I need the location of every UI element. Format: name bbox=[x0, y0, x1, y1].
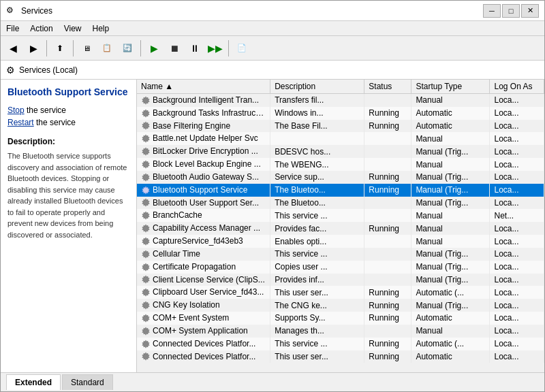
service-desc: Transfers fil... bbox=[270, 94, 364, 107]
service-icon bbox=[141, 211, 151, 220]
table-row[interactable]: Bluetooth User Support Ser...The Bluetoo… bbox=[137, 197, 544, 210]
minimize-button[interactable]: ─ bbox=[483, 4, 501, 18]
tab-standard[interactable]: Standard bbox=[62, 374, 113, 390]
toolbar-up[interactable]: ⬆ bbox=[50, 39, 69, 58]
table-row[interactable]: Capability Access Manager ...Provides fa… bbox=[137, 222, 544, 235]
service-desc: The Bluetoo... bbox=[270, 197, 364, 210]
table-row[interactable]: Base Filtering EngineThe Base Fil...Runn… bbox=[137, 120, 544, 133]
address-bar: ⚙ Services (Local) bbox=[1, 61, 544, 80]
service-status: Running bbox=[364, 171, 411, 184]
service-desc: Enables opti... bbox=[270, 235, 364, 248]
service-desc: Manages th... bbox=[270, 325, 364, 338]
table-row[interactable]: Background Tasks Infrastructu...Windows … bbox=[137, 107, 544, 120]
toolbar-export[interactable]: 📋 bbox=[97, 39, 116, 58]
services-table[interactable]: Name ▲ Description Status Startup Type L… bbox=[137, 80, 544, 372]
table-row[interactable]: Connected Devices Platfor...This user se… bbox=[137, 350, 544, 363]
table-row[interactable]: Bluetooth Audio Gateway S...Service sup.… bbox=[137, 171, 544, 184]
table-row[interactable]: COM+ System ApplicationManages th...Manu… bbox=[137, 325, 544, 338]
maximize-button[interactable]: □ bbox=[502, 4, 520, 18]
toolbar-forward[interactable]: ▶ bbox=[24, 39, 43, 58]
col-header-logon[interactable]: Log On As bbox=[490, 80, 544, 94]
service-startup: Automatic bbox=[411, 107, 490, 120]
table-row[interactable]: CNG Key IsolationThe CNG ke...RunningMan… bbox=[137, 299, 544, 312]
table-row[interactable]: Block Level Backup Engine ...The WBENG..… bbox=[137, 158, 544, 171]
col-header-status[interactable]: Status bbox=[364, 80, 411, 94]
service-logon: Loca... bbox=[490, 274, 544, 287]
menu-view[interactable]: View bbox=[59, 22, 87, 35]
toolbar-pause[interactable]: ⏸ bbox=[185, 39, 204, 58]
table-row[interactable]: Bluetooth Support ServiceThe Bluetoo...R… bbox=[137, 184, 544, 197]
service-startup: Manual bbox=[411, 94, 490, 107]
service-desc: This service ... bbox=[270, 338, 364, 350]
service-icon bbox=[141, 314, 151, 323]
main-window: ⚙ Services ─ □ ✕ File Action View Help ◀… bbox=[0, 0, 545, 392]
table-row[interactable]: Connected Devices Platfor...This service… bbox=[137, 338, 544, 350]
service-name: CaptureService_fd43eb3 bbox=[137, 235, 270, 248]
address-icon: ⚙ bbox=[6, 65, 15, 76]
service-icon bbox=[141, 263, 151, 272]
toolbar-stop[interactable]: ⏹ bbox=[165, 39, 184, 58]
service-desc: Service sup... bbox=[270, 171, 364, 184]
table-row[interactable]: BranchCacheThis service ...ManualNet... bbox=[137, 209, 544, 222]
service-status bbox=[364, 248, 411, 261]
table-row[interactable]: Certificate PropagationCopies user ...Ma… bbox=[137, 261, 544, 274]
table-row[interactable]: Cellular TimeThis service ...Manual (Tri… bbox=[137, 248, 544, 261]
toolbar-restart[interactable]: ▶▶ bbox=[206, 39, 225, 58]
table-row[interactable]: CaptureService_fd43eb3Enables opti...Man… bbox=[137, 235, 544, 248]
tab-extended[interactable]: Extended bbox=[6, 374, 61, 390]
service-name: Block Level Backup Engine ... bbox=[137, 158, 270, 171]
menu-file[interactable]: File bbox=[1, 22, 25, 35]
close-button[interactable]: ✕ bbox=[521, 4, 539, 18]
toolbar-show-hide[interactable]: 🖥 bbox=[77, 39, 96, 58]
menu-action[interactable]: Action bbox=[25, 22, 58, 35]
table-row[interactable]: Battle.net Update Helper SvcManualLoca..… bbox=[137, 132, 544, 145]
restart-suffix: the service bbox=[34, 118, 76, 127]
service-icon bbox=[141, 186, 151, 195]
service-icon bbox=[141, 352, 151, 361]
service-logon: Loca... bbox=[490, 222, 544, 235]
col-header-name[interactable]: Name ▲ bbox=[137, 80, 270, 94]
service-logon: Loca... bbox=[490, 286, 544, 299]
toolbar-refresh[interactable]: 🔄 bbox=[118, 39, 137, 58]
service-name: Clipboard User Service_fd43... bbox=[137, 286, 270, 299]
service-startup: Automatic bbox=[411, 120, 490, 133]
service-status: Running bbox=[364, 107, 411, 120]
stop-service-line: Stop the service bbox=[7, 105, 129, 115]
service-desc: The CNG ke... bbox=[270, 299, 364, 312]
menu-help[interactable]: Help bbox=[87, 22, 115, 35]
toolbar-start[interactable]: ▶ bbox=[144, 39, 164, 58]
toolbar-back[interactable]: ◀ bbox=[3, 39, 22, 58]
service-status bbox=[364, 209, 411, 222]
menu-bar: File Action View Help bbox=[1, 21, 544, 36]
service-startup: Manual (Trig... bbox=[411, 145, 490, 158]
table-row[interactable]: Clipboard User Service_fd43...This user … bbox=[137, 286, 544, 299]
restart-link[interactable]: Restart bbox=[7, 118, 34, 127]
toolbar-sep-1 bbox=[46, 40, 47, 56]
service-status: Running bbox=[364, 222, 411, 235]
service-icon bbox=[141, 134, 151, 144]
service-status bbox=[364, 197, 411, 210]
stop-link[interactable]: Stop bbox=[7, 105, 25, 115]
title-bar: ⚙ Services ─ □ ✕ bbox=[1, 1, 544, 21]
service-startup: Manual (Trig... bbox=[411, 274, 490, 287]
window-controls: ─ □ ✕ bbox=[483, 4, 539, 18]
service-desc: This user ser... bbox=[270, 350, 364, 363]
service-name: Base Filtering Engine bbox=[137, 120, 270, 133]
left-panel: Bluetooth Support Service Stop the servi… bbox=[1, 80, 137, 372]
service-status: Running bbox=[364, 350, 411, 363]
table-row[interactable]: COM+ Event SystemSupports Sy...RunningAu… bbox=[137, 312, 544, 325]
service-desc: The Bluetoo... bbox=[270, 184, 364, 197]
toolbar-properties[interactable]: 📄 bbox=[232, 39, 251, 58]
table-row[interactable]: Background Intelligent Tran...Transfers … bbox=[137, 94, 544, 107]
service-icon bbox=[141, 237, 151, 246]
table-row[interactable]: Client License Service (ClipS...Provides… bbox=[137, 274, 544, 287]
service-startup: Automatic (... bbox=[411, 338, 490, 350]
service-status: Running bbox=[364, 299, 411, 312]
service-status bbox=[364, 261, 411, 274]
address-text: Services (Local) bbox=[19, 65, 78, 75]
col-header-desc[interactable]: Description bbox=[270, 80, 364, 94]
service-name: Bluetooth Audio Gateway S... bbox=[137, 171, 270, 184]
service-desc: Supports Sy... bbox=[270, 312, 364, 325]
table-row[interactable]: BitLocker Drive Encryption ...BDESVC hos… bbox=[137, 145, 544, 158]
col-header-startup[interactable]: Startup Type bbox=[411, 80, 490, 94]
